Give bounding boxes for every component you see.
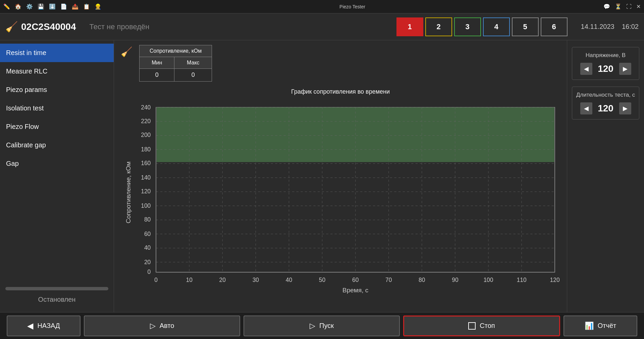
svg-text:220: 220 (141, 118, 151, 125)
chat-icon[interactable]: 💬 (603, 3, 610, 10)
content-area: 🧹 Сопротивление, кОм Мин Макс 0 0 (114, 40, 567, 312)
sidebar-item-measure-rlc[interactable]: Measure RLC (0, 62, 114, 81)
duration-increment-button[interactable]: ▶ (619, 102, 631, 114)
report-button[interactable]: 📊 Отчёт (564, 316, 637, 336)
date: 14.11.2023 (581, 23, 614, 30)
tab-5[interactable]: 5 (512, 17, 539, 36)
resistance-val-min: 0 (140, 69, 174, 82)
svg-text:70: 70 (385, 277, 392, 283)
auto-label: Авто (160, 322, 174, 330)
resistance-table-col-max: Макс (174, 57, 212, 69)
tab-buttons: 1 2 3 4 5 6 (396, 17, 568, 36)
resistance-val-max: 0 (174, 69, 212, 82)
start-button[interactable]: ▷ Пуск (244, 316, 400, 336)
resistance-section: 🧹 Сопротивление, кОм Мин Макс 0 0 (121, 45, 560, 82)
svg-text:50: 50 (319, 277, 326, 283)
svg-text:0: 0 (148, 269, 151, 275)
chart-container: 0 20 40 60 80 100 120 140 160 180 200 22… (124, 99, 560, 307)
duration-value: 120 (596, 103, 616, 114)
timer-icon[interactable]: ⏳ (615, 3, 622, 10)
svg-text:30: 30 (253, 277, 259, 283)
sidebar-item-piezo-params[interactable]: Piezo params (0, 81, 114, 99)
sidebar-item-piezo-flow[interactable]: Piezo Flow (0, 117, 114, 136)
time: 16:02 (622, 23, 639, 30)
svg-text:60: 60 (352, 277, 359, 283)
top-bar: ✏️ 🏠 ⚙️ 💾 ⬇️ 📄 📤 📋 👷 Piezo Tester 💬 ⏳ ⛶ … (0, 0, 644, 13)
svg-text:200: 200 (141, 132, 151, 138)
sidebar-item-gap[interactable]: Gap (0, 154, 114, 173)
svg-text:120: 120 (141, 188, 151, 195)
datetime: 14.11.2023 16:02 (581, 23, 639, 31)
back-label: НАЗАД (37, 322, 60, 330)
bottom-bar: ◀ НАЗАД ▷ Авто ▷ Пуск Стоп 📊 Отчёт (0, 312, 644, 339)
svg-text:240: 240 (141, 104, 151, 111)
svg-text:160: 160 (141, 160, 151, 166)
tab-4[interactable]: 4 (483, 17, 510, 36)
tab-2[interactable]: 2 (425, 17, 452, 36)
sidebar-item-calibrate-gap[interactable]: Calibrate gap (0, 136, 114, 154)
test-status: Тест не проведён (89, 22, 389, 31)
svg-text:Время, с: Время, с (342, 287, 368, 294)
clipboard-icon[interactable]: 📋 (83, 3, 90, 10)
worker-icon[interactable]: 👷 (95, 3, 101, 10)
top-bar-icons: ✏️ 🏠 ⚙️ 💾 ⬇️ 📄 📤 📋 👷 (3, 3, 101, 10)
pencil-icon[interactable]: ✏️ (3, 3, 10, 10)
voltage-increment-button[interactable]: ▶ (619, 63, 631, 75)
duration-label: Длительность теста, с (576, 92, 635, 98)
top-bar-right: 💬 ⏳ ⛶ ✕ (603, 3, 641, 10)
resistance-table-title: Сопротивление, кОм (140, 45, 212, 57)
auto-button[interactable]: ▷ Авто (84, 316, 240, 336)
svg-text:40: 40 (286, 277, 292, 283)
svg-text:80: 80 (419, 277, 425, 283)
duration-decrement-button[interactable]: ◀ (580, 102, 592, 114)
report-label: Отчёт (598, 322, 616, 330)
sidebar-item-isolation-test[interactable]: Isolation test (0, 99, 114, 117)
svg-text:40: 40 (144, 245, 151, 251)
home-icon[interactable]: 🏠 (15, 3, 21, 10)
sidebar-scrollbar[interactable] (5, 287, 108, 290)
voltage-section: Напряжение, В ◀ 120 ▶ (572, 47, 639, 80)
svg-text:100: 100 (483, 277, 493, 283)
main-layout: Resist in time Measure RLC Piezo params … (0, 40, 644, 312)
broom-logo-icon: 🧹 (5, 21, 18, 33)
expand-icon[interactable]: ⛶ (626, 4, 632, 10)
tab-3[interactable]: 3 (454, 17, 481, 36)
svg-text:60: 60 (144, 231, 151, 237)
resistance-table: Сопротивление, кОм Мин Макс 0 0 (139, 45, 212, 82)
resistance-table-col-min: Мин (140, 57, 174, 69)
stop-label: Стоп (480, 322, 495, 330)
chart-title: График сопротивления во времени (121, 88, 560, 95)
report-icon: 📊 (585, 322, 594, 330)
tab-1[interactable]: 1 (396, 17, 423, 36)
close-icon[interactable]: ✕ (636, 3, 641, 10)
export-icon[interactable]: 📤 (72, 3, 78, 10)
sidebar-item-resist-in-time[interactable]: Resist in time (0, 44, 114, 62)
svg-text:90: 90 (452, 277, 459, 283)
download-icon[interactable]: ⬇️ (49, 3, 56, 10)
start-label: Пуск (319, 322, 334, 330)
svg-text:120: 120 (550, 277, 560, 283)
auto-play-icon: ▷ (150, 322, 156, 330)
back-button[interactable]: ◀ НАЗАД (7, 316, 80, 336)
stop-button[interactable]: Стоп (403, 316, 560, 336)
save-icon[interactable]: 💾 (38, 3, 44, 10)
stop-square-icon (468, 322, 476, 330)
sidebar-status: Остановлен (0, 290, 114, 309)
duration-section: Длительность теста, с ◀ 120 ▶ (572, 87, 639, 119)
voltage-value: 120 (596, 63, 616, 74)
voltage-decrement-button[interactable]: ◀ (580, 63, 592, 75)
tab-6[interactable]: 6 (541, 17, 568, 36)
svg-text:140: 140 (141, 174, 151, 181)
svg-text:0: 0 (154, 277, 158, 283)
broom-content-icon: 🧹 (121, 46, 132, 57)
svg-text:110: 110 (517, 277, 527, 283)
device-logo: 🧹 02C2S40004 (5, 21, 76, 33)
file-icon[interactable]: 📄 (60, 3, 67, 10)
sidebar: Resist in time Measure RLC Piezo params … (0, 40, 114, 312)
svg-text:180: 180 (141, 146, 151, 153)
header-row: 🧹 02C2S40004 Тест не проведён 1 2 3 4 5 … (0, 13, 644, 40)
duration-stepper: ◀ 120 ▶ (580, 102, 631, 114)
gear-icon[interactable]: ⚙️ (26, 3, 33, 10)
app-title: Piezo Tester (339, 4, 365, 9)
svg-text:80: 80 (144, 216, 151, 223)
